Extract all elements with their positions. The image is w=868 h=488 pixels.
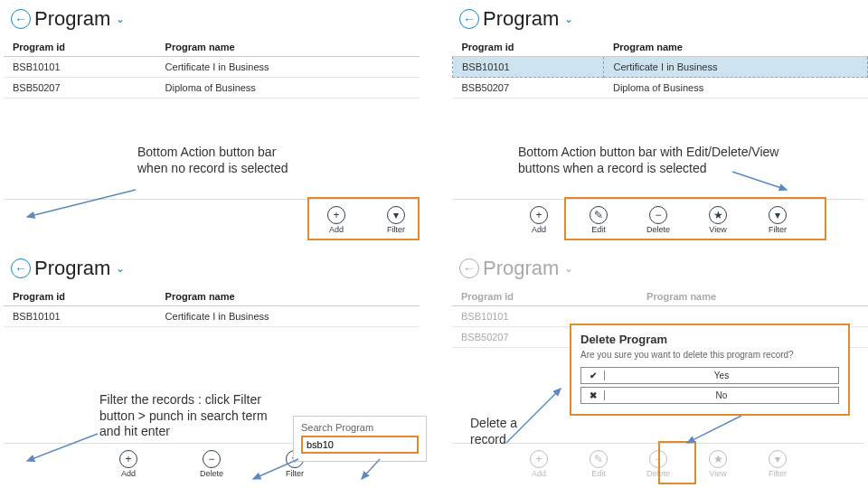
table-header-row: Program idProgram name [4, 38, 420, 57]
delete-button[interactable]: −Delete [197, 450, 226, 478]
svg-line-6 [687, 416, 741, 443]
search-title: Search Program [301, 422, 419, 433]
plus-icon: + [327, 206, 345, 224]
minus-icon: − [649, 206, 667, 224]
star-icon: ★ [709, 450, 727, 468]
back-icon: ← [459, 258, 479, 278]
actionbar-selected: +Add ✎Edit −Delete ★View ▾Filter [452, 199, 864, 240]
delete-button: −Delete [644, 450, 673, 478]
filter-icon: ▾ [769, 450, 787, 468]
filter-icon: ▾ [769, 206, 787, 224]
minus-icon: − [203, 450, 221, 468]
plus-icon: + [530, 206, 548, 224]
check-icon: ✔ [581, 371, 605, 380]
dialog-yes-button[interactable]: ✔Yes [580, 367, 839, 384]
table-header-row: Program idProgram name [4, 287, 420, 306]
filter-button[interactable]: ▾Filter [382, 206, 410, 234]
back-icon[interactable]: ← [11, 9, 31, 29]
program-table: Program idProgram name BSB10101Certifica… [4, 287, 420, 327]
actionbar-dimmed: +Add ✎Edit −Delete ★View ▾Filter [452, 443, 864, 484]
panel-selected: ← Program ⌄ Program idProgram name BSB10… [452, 4, 868, 99]
actionbar-noselect: +Add ▾Filter [4, 199, 420, 240]
search-input[interactable] [301, 436, 419, 454]
delete-dialog: Delete Program Are you sure you want to … [570, 324, 850, 416]
filter-button: ▾Filter [763, 450, 792, 478]
table-row-selected[interactable]: BSB10101Certificate I in Business [453, 57, 868, 78]
edit-button[interactable]: ✎Edit [584, 206, 613, 234]
add-button: +Add [524, 450, 553, 478]
view-button: ★View [703, 450, 732, 478]
table-row[interactable]: BSB10101Certificate I in Business [4, 57, 420, 78]
pencil-icon: ✎ [590, 206, 608, 224]
add-button[interactable]: +Add [114, 450, 143, 478]
table-header-row: Program idProgram name [453, 38, 868, 57]
chevron-down-icon[interactable]: ⌄ [116, 13, 125, 25]
minus-icon: − [649, 450, 667, 468]
page-title: Program [483, 257, 559, 280]
cross-icon: ✖ [581, 390, 605, 400]
delete-button[interactable]: −Delete [644, 206, 673, 234]
back-icon[interactable]: ← [11, 258, 31, 278]
panel-filter: ← Program ⌄ Program idProgram name BSB10… [4, 253, 420, 327]
plus-icon: + [119, 450, 137, 468]
page-title: Program [34, 7, 110, 31]
star-icon: ★ [709, 206, 727, 224]
dialog-question: Are you sure you want to delete this pro… [580, 350, 839, 360]
program-table: Program idProgram name BSB10101Certifica… [452, 38, 868, 99]
annotation: Filter the records : click Filter button… [99, 392, 280, 440]
annotation: Delete a record [470, 416, 533, 447]
table-row[interactable]: BSB10101Certificate I in Business [4, 306, 420, 327]
chevron-down-icon: ⌄ [564, 262, 573, 275]
add-button[interactable]: +Add [322, 206, 351, 234]
search-popup: Search Program [293, 416, 427, 462]
table-row[interactable]: BSB50207Diploma of Business [4, 78, 420, 99]
view-button[interactable]: ★View [703, 206, 732, 234]
table-row[interactable]: BSB50207Diploma of Business [453, 78, 868, 99]
page-title: Program [483, 7, 559, 31]
chevron-down-icon[interactable]: ⌄ [116, 262, 125, 275]
program-table: Program idProgram name BSB10101Certifica… [4, 38, 420, 99]
filter-icon: ▾ [387, 206, 405, 224]
annotation: Bottom Action button bar when no record … [137, 145, 300, 176]
add-button[interactable]: +Add [524, 206, 553, 234]
back-icon[interactable]: ← [459, 9, 479, 29]
dialog-title: Delete Program [580, 333, 839, 346]
plus-icon: + [530, 450, 548, 468]
panel-no-selection: ← Program ⌄ Program idProgram name BSB10… [4, 4, 420, 99]
edit-button: ✎Edit [584, 450, 613, 478]
chevron-down-icon[interactable]: ⌄ [564, 13, 573, 25]
page-title: Program [34, 257, 110, 280]
table-header-row: Program idProgram name [452, 287, 868, 306]
filter-button[interactable]: ▾Filter [763, 206, 792, 234]
dialog-no-button[interactable]: ✖No [580, 387, 839, 404]
pencil-icon: ✎ [590, 450, 608, 468]
annotation: Bottom Action button bar with Edit/Delet… [518, 145, 789, 176]
